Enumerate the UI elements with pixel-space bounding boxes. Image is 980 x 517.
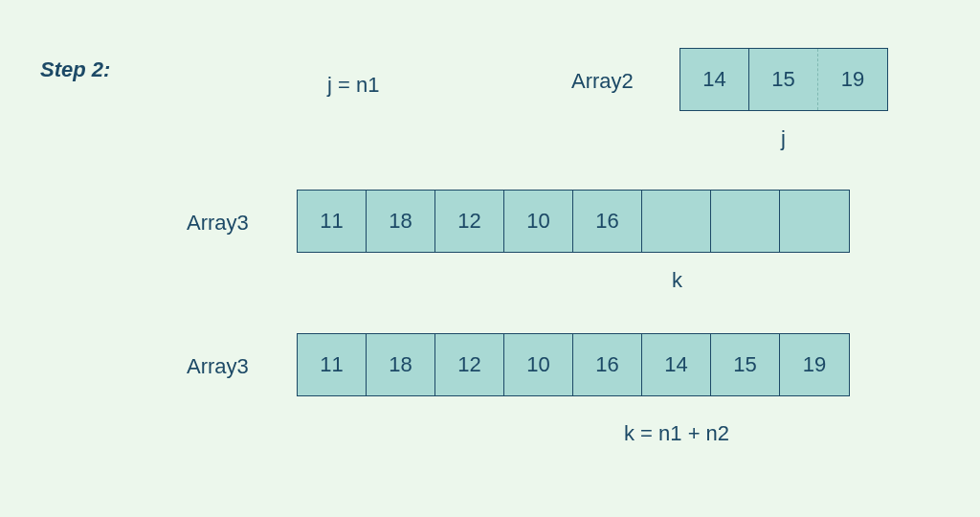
array3a-cell xyxy=(642,191,711,252)
array3b-cell: 16 xyxy=(573,334,642,395)
array2-label: Array2 xyxy=(571,69,634,94)
array3b-cell: 12 xyxy=(435,334,504,395)
array3a-cell xyxy=(711,191,780,252)
step-label: Step 2: xyxy=(40,57,110,82)
array3b-cell: 14 xyxy=(642,334,711,395)
array3a-cell: 16 xyxy=(573,191,642,252)
array3b-label: Array3 xyxy=(187,354,249,379)
array3a-pointer: k xyxy=(672,268,682,293)
array3a-cell: 18 xyxy=(367,191,435,252)
array2-cell: 14 xyxy=(680,49,749,110)
array2-cell: 19 xyxy=(818,49,887,110)
array3a-cell: 10 xyxy=(504,191,573,252)
array3b-pointer: k = n1 + n2 xyxy=(624,421,729,446)
equation-j: j = n1 xyxy=(327,73,379,98)
array3b-cell: 11 xyxy=(298,334,367,395)
array3b-cell: 18 xyxy=(367,334,435,395)
array3a-cell: 11 xyxy=(298,191,367,252)
array3a-cell: 12 xyxy=(435,191,504,252)
array3a: 11 18 12 10 16 xyxy=(297,190,850,253)
array2-pointer: j xyxy=(781,126,786,151)
array2-cell: 15 xyxy=(749,49,818,110)
array3b-cell: 15 xyxy=(711,334,780,395)
array3a-cell xyxy=(780,191,849,252)
array3b: 11 18 12 10 16 14 15 19 xyxy=(297,333,850,396)
array3a-label: Array3 xyxy=(187,211,249,236)
array3b-cell: 19 xyxy=(780,334,849,395)
array2: 14 15 19 xyxy=(679,48,888,111)
array3b-cell: 10 xyxy=(504,334,573,395)
